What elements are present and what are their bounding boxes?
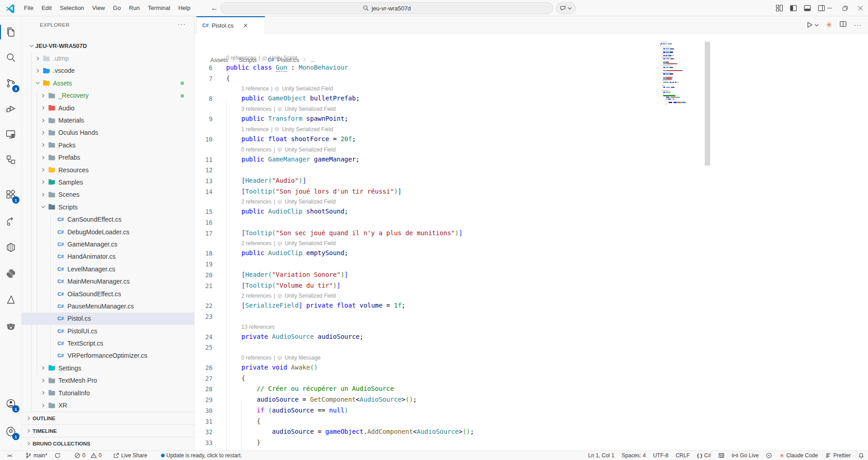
live-share-icon[interactable] — [0, 211, 22, 231]
tree-folder-prefabs[interactable]: Prefabs — [22, 152, 194, 164]
codelens-references-link[interactable]: 0 references|Unity Message — [242, 355, 321, 361]
codelens-references-link[interactable]: 2 references|Unity Serialized Field — [242, 293, 336, 299]
run-button[interactable] — [806, 21, 819, 28]
status-remote-icon[interactable]: >< — [5, 451, 13, 460]
status-warning-icon[interactable]: 0 — [89, 451, 104, 460]
code-line-6[interactable]: 6public class Gun : MonoBehaviour — [194, 63, 828, 74]
codelens-unity-label[interactable]: Unity Serialized Field — [285, 240, 336, 247]
status-branch-icon[interactable]: main* — [24, 451, 49, 460]
status-bell-icon[interactable] — [858, 452, 864, 459]
code-line-28[interactable]: 28 // Créer ou récupérer un AudioSource — [194, 384, 828, 395]
section-bruno-collections[interactable]: BRUNO COLLECTIONS — [22, 437, 194, 450]
minimize-button[interactable] — [822, 0, 837, 16]
code-line-33[interactable]: 33 } — [194, 438, 828, 449]
tree-file-levelmanager-cs[interactable]: C#LevelManager.cs — [22, 263, 194, 275]
tree-file-cansoundeffect-cs[interactable]: C#CanSoundEffect.cs — [22, 213, 194, 225]
tree-folder-xr[interactable]: XR — [22, 399, 194, 411]
tab-pistol-cs[interactable]: C# Pistol.cs ✕ — [196, 16, 265, 33]
code-line-17[interactable]: 17 [Tooltip("Son sec joué quand il n'y a… — [194, 228, 828, 239]
menu-item-view[interactable]: View — [88, 3, 109, 13]
codelens-refs[interactable]: 2 references — [242, 240, 272, 247]
tree-folder--utmp[interactable]: .utmp — [22, 52, 194, 64]
code-line-7[interactable]: 7{ — [194, 74, 828, 85]
status-ln-1-col-1[interactable]: Ln 1, Col 1 — [588, 452, 614, 459]
status-utf-8[interactable]: UTF-8 — [653, 452, 669, 459]
codelens-references-link[interactable]: 2 references|Unity Serialized Field — [242, 199, 336, 205]
code-line-22[interactable]: 22 [SerializeField] private float volume… — [194, 301, 828, 312]
tree-file-textscript-cs[interactable]: C#TextScript.cs — [22, 337, 194, 349]
chevron-right-icon[interactable] — [40, 105, 46, 110]
nav-back-icon[interactable]: ← — [211, 4, 218, 12]
tree-folder-scenes[interactable]: Scenes — [22, 189, 194, 201]
files-icon[interactable] — [0, 22, 22, 42]
chevron-right-icon[interactable] — [34, 68, 41, 73]
codelens-refs[interactable]: 1 reference — [242, 126, 269, 133]
status-prettier-icon[interactable]: Prettier — [825, 452, 851, 459]
source-control-icon[interactable]: 3 — [0, 73, 22, 93]
customize-layout-icon[interactable] — [774, 3, 784, 13]
code-line-26[interactable]: 26 private void Awake() — [194, 363, 828, 374]
settings-gear-icon[interactable]: 1 — [0, 421, 22, 441]
codelens-refs[interactable]: 0 references — [242, 355, 272, 361]
code-line-16[interactable]: 16 — [194, 218, 828, 228]
codelens-unity-label[interactable]: Unity Serialized Field — [285, 293, 336, 299]
chevron-right-icon[interactable] — [40, 130, 46, 135]
code-line-11[interactable]: 11 public GameManager gameManager; — [194, 155, 828, 166]
python-icon[interactable] — [0, 264, 22, 284]
menu-item-selection[interactable]: Selection — [56, 3, 88, 13]
unity-cube-icon[interactable] — [0, 237, 22, 257]
chevron-right-icon[interactable] — [40, 365, 46, 370]
codelens-unity-label[interactable]: Unity Serialized Field — [285, 106, 336, 112]
sidebar-more-actions[interactable]: ··· — [178, 20, 186, 28]
tree-folder-scripts[interactable]: Scripts — [22, 201, 194, 213]
command-center-search[interactable]: jeu-vr-wra507d — [220, 2, 553, 14]
restore-button[interactable] — [837, 0, 853, 16]
chevron-down-icon[interactable] — [34, 81, 41, 85]
tree-folder-samples[interactable]: ▨Samples — [22, 176, 194, 188]
chevron-right-icon[interactable] — [40, 167, 46, 172]
tab-close-icon[interactable]: ✕ — [243, 22, 248, 29]
code-line-31[interactable]: 31 { — [194, 417, 828, 427]
code-line-15[interactable]: 15 public AudioClip shootSound; — [194, 207, 828, 218]
close-button[interactable] — [853, 0, 868, 16]
chevron-down-icon[interactable] — [40, 204, 46, 209]
toggle-panel-icon[interactable] — [802, 3, 812, 13]
code-line-30[interactable]: 30 if (audioSource == null) — [194, 406, 828, 417]
section-outline[interactable]: OUTLINE — [22, 412, 194, 424]
menu-item-terminal[interactable]: Terminal — [144, 3, 174, 13]
tree-file-mainmenumanager-cs[interactable]: C#MainMenuManager.cs — [22, 275, 194, 287]
menu-item-edit[interactable]: Edit — [38, 3, 56, 13]
minimap[interactable] — [660, 42, 702, 109]
codelens-refs[interactable]: 1 reference — [242, 85, 269, 92]
toggle-primary-sidebar-icon[interactable] — [788, 3, 798, 13]
tree-folder-oculus-hands[interactable]: Oculus Hands — [22, 127, 194, 139]
codelens-unity-label[interactable]: Unity Serialized Field — [285, 199, 336, 205]
codelens-references-link[interactable]: 2 references|Unity Serialized Field — [242, 240, 336, 247]
claude-starburst-icon[interactable]: ✳ — [826, 21, 832, 29]
code-line-8[interactable]: 8 public GameObject bulletPrefab; — [194, 94, 828, 104]
menu-item-go[interactable]: Go — [109, 3, 125, 13]
status-claude-star-icon[interactable]: ✳Claude Code — [779, 452, 818, 459]
tree-file-handanimator-cs[interactable]: C#HandAnimator.cs — [22, 251, 194, 263]
extensions-icon[interactable]: 1 — [0, 185, 22, 204]
status-error-icon[interactable]: 0 — [72, 451, 87, 460]
code-line-12[interactable]: 12 — [194, 165, 828, 176]
status-update-dot[interactable]: Update is ready, click to restart. — [159, 451, 244, 460]
hierarchy-icon[interactable] — [0, 150, 22, 170]
chevron-right-icon[interactable] — [40, 118, 46, 123]
more-actions-icon[interactable]: ··· — [854, 21, 862, 28]
codelens-unity-label[interactable]: Unity Serialized Field — [282, 85, 333, 92]
copilot-button[interactable] — [556, 2, 576, 14]
tree-file-debugmodeloader-cs[interactable]: C#DebugModeLoader.cs — [22, 226, 194, 238]
tree-folder--recovery[interactable]: _Recovery — [22, 90, 194, 102]
dog-icon[interactable] — [0, 317, 22, 337]
chevron-down-icon[interactable] — [28, 43, 34, 48]
menu-item-run[interactable]: Run — [125, 3, 144, 13]
codelens-refs[interactable]: 2 references — [242, 199, 272, 205]
chevron-right-icon[interactable] — [40, 390, 46, 395]
run-debug-icon[interactable] — [0, 99, 22, 119]
codelens-references-link[interactable]: 0 references|Unity Script — [226, 55, 297, 61]
code-line-29[interactable]: 29 audioSource = GetComponent<AudioSourc… — [194, 395, 828, 406]
codelens-references-link[interactable]: 1 reference|Unity Serialized Field — [242, 126, 333, 133]
tree-file-pistol-cs[interactable]: C#Pistol.cs — [22, 313, 194, 325]
